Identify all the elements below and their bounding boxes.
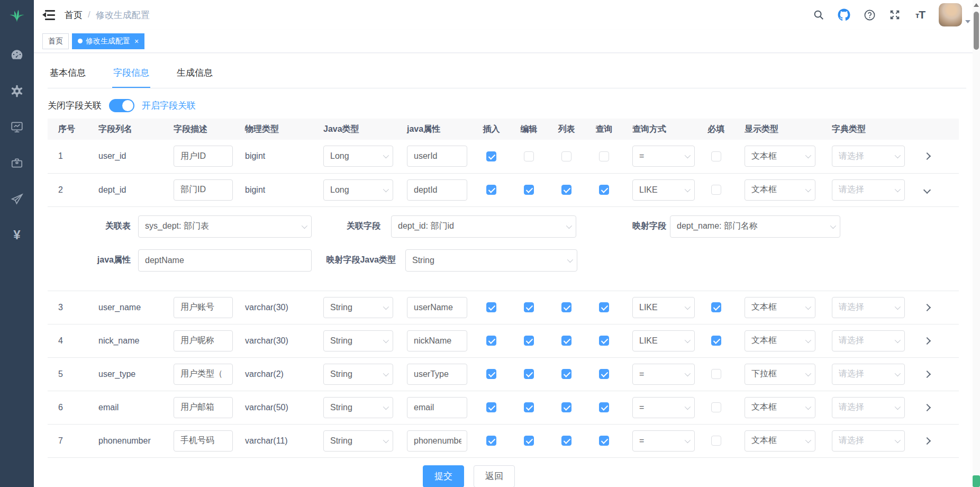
tab-gen-info[interactable]: 生成信息 bbox=[176, 62, 214, 88]
list-checkbox[interactable] bbox=[561, 436, 571, 446]
sidebar-item-money[interactable]: ¥ bbox=[0, 217, 34, 253]
tab-field-info[interactable]: 字段信息 bbox=[112, 62, 150, 88]
map-java-type-select[interactable]: String bbox=[405, 249, 577, 272]
query-checkbox[interactable] bbox=[599, 302, 609, 312]
expand-icon[interactable] bbox=[923, 437, 931, 444]
query-type-select[interactable]: = bbox=[632, 397, 695, 418]
scrollbar-arrow-up-icon[interactable] bbox=[974, 3, 979, 7]
html-type-select[interactable]: 文本框 bbox=[745, 179, 815, 201]
sidebar-item-send[interactable] bbox=[0, 181, 34, 217]
column-desc-input[interactable]: 部门ID bbox=[174, 179, 233, 201]
breadcrumb-home-link[interactable]: 首页 bbox=[65, 9, 83, 21]
relation-toggle-switch[interactable] bbox=[109, 99, 134, 112]
collapse-menu-icon[interactable] bbox=[42, 10, 55, 20]
map-field-select[interactable]: dept_name: 部门名称 bbox=[670, 215, 840, 238]
java-field-input[interactable]: phonenumber bbox=[407, 430, 467, 452]
dict-type-select[interactable]: 请选择 bbox=[832, 397, 905, 418]
query-type-select[interactable]: LIKE bbox=[632, 179, 695, 201]
query-type-select[interactable]: = bbox=[632, 430, 695, 452]
sidebar-item-monitor[interactable] bbox=[0, 109, 34, 145]
query-checkbox[interactable] bbox=[599, 369, 609, 379]
github-icon[interactable] bbox=[837, 8, 851, 22]
column-desc-input[interactable]: 用户类型（ bbox=[174, 364, 233, 385]
java-type-select[interactable]: String bbox=[323, 364, 393, 385]
query-type-select[interactable]: = bbox=[632, 364, 695, 385]
insert-checkbox[interactable] bbox=[486, 369, 496, 379]
java-type-select[interactable]: String bbox=[323, 397, 393, 418]
sidebar-item-dashboard[interactable] bbox=[0, 37, 34, 73]
java-field-input[interactable]: nickName bbox=[407, 330, 467, 351]
required-checkbox[interactable] bbox=[711, 369, 721, 379]
html-type-select[interactable]: 文本框 bbox=[745, 146, 815, 167]
query-type-select[interactable]: LIKE bbox=[632, 330, 695, 351]
java-field-input[interactable]: email bbox=[407, 397, 467, 418]
insert-checkbox[interactable] bbox=[486, 436, 496, 446]
required-checkbox[interactable] bbox=[711, 185, 721, 195]
insert-checkbox[interactable] bbox=[486, 151, 496, 161]
insert-checkbox[interactable] bbox=[486, 185, 496, 195]
edit-checkbox[interactable] bbox=[524, 151, 534, 161]
list-checkbox[interactable] bbox=[561, 369, 571, 379]
required-checkbox[interactable] bbox=[711, 151, 721, 161]
tag-home[interactable]: 首页 bbox=[42, 33, 69, 49]
query-type-select[interactable]: LIKE bbox=[632, 297, 695, 318]
java-type-select[interactable]: String bbox=[323, 330, 393, 351]
required-checkbox[interactable] bbox=[711, 336, 721, 346]
dict-type-select[interactable]: 请选择 bbox=[832, 430, 905, 452]
app-logo[interactable] bbox=[0, 0, 34, 30]
dict-type-select[interactable]: 请选择 bbox=[832, 330, 905, 351]
java-type-select[interactable]: Long bbox=[323, 146, 393, 167]
insert-checkbox[interactable] bbox=[486, 302, 496, 312]
dict-type-select[interactable]: 请选择 bbox=[832, 297, 905, 318]
query-checkbox[interactable] bbox=[599, 185, 609, 195]
column-desc-input[interactable]: 用户ID bbox=[174, 146, 233, 167]
column-desc-input[interactable]: 手机号码 bbox=[174, 430, 233, 452]
html-type-select[interactable]: 文本框 bbox=[745, 430, 815, 452]
java-type-select[interactable]: String bbox=[323, 297, 393, 318]
expand-icon[interactable] bbox=[923, 186, 931, 193]
expand-icon[interactable] bbox=[923, 403, 931, 411]
column-desc-input[interactable]: 用户昵称 bbox=[174, 330, 233, 351]
query-checkbox[interactable] bbox=[599, 336, 609, 346]
required-checkbox[interactable] bbox=[711, 302, 721, 312]
required-checkbox[interactable] bbox=[711, 402, 721, 412]
html-type-select[interactable]: 文本框 bbox=[745, 397, 815, 418]
avatar[interactable] bbox=[939, 3, 962, 26]
list-checkbox[interactable] bbox=[561, 402, 571, 412]
edit-checkbox[interactable] bbox=[524, 369, 534, 379]
query-type-select[interactable]: = bbox=[632, 146, 695, 167]
expand-icon[interactable] bbox=[923, 303, 931, 311]
html-type-select[interactable]: 下拉框 bbox=[745, 364, 815, 385]
relation-field-select[interactable]: dept_id: 部门id bbox=[391, 215, 576, 238]
html-type-select[interactable]: 文本框 bbox=[745, 330, 815, 351]
dict-type-select[interactable]: 请选择 bbox=[832, 179, 905, 201]
list-checkbox[interactable] bbox=[561, 302, 571, 312]
edit-checkbox[interactable] bbox=[524, 436, 534, 446]
tab-basic-info[interactable]: 基本信息 bbox=[49, 62, 87, 88]
list-checkbox[interactable] bbox=[561, 185, 571, 195]
insert-checkbox[interactable] bbox=[486, 402, 496, 412]
list-checkbox[interactable] bbox=[561, 336, 571, 346]
edit-checkbox[interactable] bbox=[524, 302, 534, 312]
required-checkbox[interactable] bbox=[711, 436, 721, 446]
sidebar-item-tool[interactable] bbox=[0, 145, 34, 181]
java-field-input[interactable]: userName bbox=[407, 297, 467, 318]
user-menu[interactable] bbox=[939, 3, 970, 26]
tag-close-icon[interactable]: × bbox=[134, 37, 139, 46]
column-desc-input[interactable]: 用户账号 bbox=[174, 297, 233, 318]
java-field-input[interactable]: userType bbox=[407, 364, 467, 385]
java-type-select[interactable]: String bbox=[323, 430, 393, 452]
tag-edit-gen-config[interactable]: 修改生成配置 × bbox=[72, 33, 144, 49]
page-scrollbar[interactable] bbox=[973, 0, 980, 487]
edit-checkbox[interactable] bbox=[524, 185, 534, 195]
edit-checkbox[interactable] bbox=[524, 402, 534, 412]
java-attr-input[interactable]: deptName bbox=[138, 249, 312, 272]
page-scrollbar-thumb[interactable] bbox=[974, 12, 979, 50]
java-field-input[interactable]: deptId bbox=[407, 179, 467, 201]
expand-icon[interactable] bbox=[923, 337, 931, 344]
java-field-input[interactable]: userId bbox=[407, 146, 467, 167]
insert-checkbox[interactable] bbox=[486, 336, 496, 346]
search-icon[interactable] bbox=[812, 8, 825, 22]
list-checkbox[interactable] bbox=[561, 151, 571, 161]
java-type-select[interactable]: Long bbox=[323, 179, 393, 201]
